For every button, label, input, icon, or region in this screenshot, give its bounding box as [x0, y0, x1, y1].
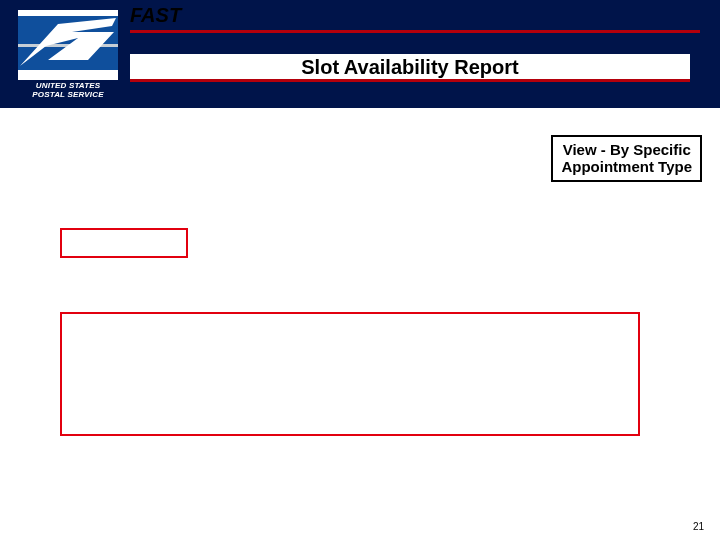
app-name: FAST [130, 4, 181, 27]
eagle-icon [18, 16, 118, 70]
page-title: Slot Availability Report [301, 56, 518, 79]
highlight-box-large [60, 312, 640, 436]
usps-logo-caption: UNITED STATES POSTAL SERVICE [18, 82, 118, 100]
header-rule [130, 30, 700, 33]
view-callout: View - By Specific Appointment Type [551, 135, 702, 182]
org-line1: UNITED STATES [36, 81, 100, 90]
callout-line1: View - By Specific [563, 141, 691, 158]
highlight-box-small [60, 228, 188, 258]
usps-logo [18, 10, 118, 80]
callout-line2: Appointment Type [561, 158, 692, 175]
page-number: 21 [693, 521, 704, 532]
org-line2: POSTAL SERVICE [32, 90, 103, 99]
usps-logo-band [18, 16, 118, 70]
page-title-bar: Slot Availability Report [130, 54, 690, 80]
page-title-rule [130, 79, 690, 82]
